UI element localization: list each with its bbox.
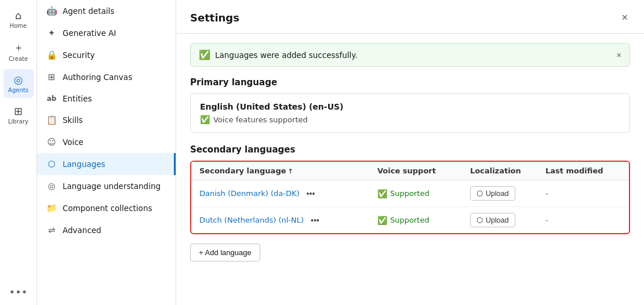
upload-icon-danish: ⬡ bbox=[476, 189, 483, 198]
voice-support-danish: ✅ Supported bbox=[377, 189, 470, 198]
supported-check-icon-dutch: ✅ bbox=[377, 216, 387, 225]
upload-icon-dutch: ⬡ bbox=[476, 216, 483, 224]
close-button[interactable]: × bbox=[619, 9, 630, 26]
sidebar-item-authoring-canvas[interactable]: ⊞ Authoring Canvas bbox=[37, 66, 176, 88]
voice-supported-icon: ✅ bbox=[200, 115, 210, 124]
sidebar-label-advanced: Advanced bbox=[63, 226, 101, 235]
agent-details-icon: 🤖 bbox=[46, 6, 57, 16]
localization-cell-dutch: ⬡ Upload bbox=[470, 213, 545, 227]
voice-icon: ☺ bbox=[46, 137, 57, 147]
language-understanding-icon: ◎ bbox=[46, 181, 57, 191]
sidebar-item-agent-details[interactable]: 🤖 Agent details bbox=[37, 0, 176, 22]
voice-support-dutch: ✅ Supported bbox=[377, 216, 470, 225]
nav-item-agents[interactable]: ◎ Agents bbox=[3, 69, 34, 98]
sidebar-item-voice[interactable]: ☺ Voice bbox=[37, 131, 176, 153]
main-header: Settings × bbox=[176, 0, 644, 34]
sidebar-label-generative-ai: Generative AI bbox=[63, 28, 116, 38]
sidebar-label-authoring-canvas: Authoring Canvas bbox=[63, 72, 132, 82]
table-row: Dutch (Netherlands) (nl-NL) ••• ✅ Suppor… bbox=[191, 207, 629, 233]
nav-more-button[interactable]: ••• bbox=[9, 286, 28, 298]
lang-name-danish: Danish (Denmark) (da-DK) bbox=[199, 189, 300, 198]
nav-label-create: Create bbox=[9, 56, 28, 62]
skills-icon: 📋 bbox=[46, 115, 57, 125]
sort-arrow-icon[interactable]: ↑ bbox=[288, 168, 293, 175]
sidebar-item-language-understanding[interactable]: ◎ Language understanding bbox=[37, 175, 176, 197]
last-modified-dutch: - bbox=[545, 216, 621, 224]
table-header: Secondary language↑ Voice support Locali… bbox=[191, 162, 629, 180]
col-header-localization: Localization bbox=[470, 166, 545, 175]
col-header-last-modified: Last modified bbox=[545, 166, 621, 175]
success-check-icon: ✅ bbox=[199, 49, 210, 60]
banner-close-button[interactable]: × bbox=[617, 50, 621, 60]
agents-icon: ◎ bbox=[14, 74, 23, 86]
authoring-canvas-icon: ⊞ bbox=[46, 72, 57, 82]
sidebar-item-component-collections[interactable]: 📁 Component collections bbox=[37, 197, 176, 219]
page-title: Settings bbox=[190, 12, 239, 24]
row-more-button-dutch[interactable]: ••• bbox=[308, 215, 322, 226]
home-icon: ⌂ bbox=[15, 9, 21, 21]
library-icon: ⊞ bbox=[14, 105, 23, 117]
create-icon: ＋ bbox=[13, 41, 24, 55]
nav-item-library[interactable]: ⊞ Library bbox=[3, 100, 34, 129]
col-header-voice-support: Voice support bbox=[377, 166, 470, 175]
primary-language-title: Primary language bbox=[190, 77, 630, 88]
banner-message: Languages were added successfully. bbox=[215, 50, 358, 60]
success-banner: ✅ Languages were added successfully. × bbox=[190, 43, 630, 67]
component-collections-icon: 📁 bbox=[46, 203, 57, 213]
col-header-language: Secondary language↑ bbox=[199, 166, 377, 175]
secondary-languages-table: Secondary language↑ Voice support Locali… bbox=[190, 161, 630, 234]
nav-item-home[interactable]: ⌂ Home bbox=[3, 5, 34, 34]
sidebar-label-security: Security bbox=[63, 50, 94, 60]
advanced-icon: ⇌ bbox=[46, 225, 57, 235]
nav-label-home: Home bbox=[10, 23, 27, 29]
sidebar-item-entities[interactable]: ab Entities bbox=[37, 88, 176, 109]
row-lang-cell-dutch: Dutch (Netherlands) (nl-NL) ••• bbox=[199, 215, 377, 226]
row-lang-cell-danish: Danish (Denmark) (da-DK) ••• bbox=[199, 188, 377, 199]
upload-label-danish: Upload bbox=[486, 190, 509, 198]
sidebar-label-voice: Voice bbox=[63, 137, 83, 147]
secondary-languages-title: Secondary languages bbox=[190, 144, 630, 155]
main-panel: Settings × ✅ Languages were added succes… bbox=[176, 0, 644, 305]
last-modified-danish: - bbox=[545, 189, 621, 198]
upload-button-danish[interactable]: ⬡ Upload bbox=[470, 186, 515, 201]
sidebar-label-component-collections: Component collections bbox=[63, 204, 152, 213]
upload-label-dutch: Upload bbox=[486, 216, 509, 224]
primary-lang-feature: ✅ Voice features supported bbox=[200, 115, 620, 124]
lang-name-dutch: Dutch (Netherlands) (nl-NL) bbox=[199, 216, 304, 224]
security-icon: 🔒 bbox=[46, 50, 57, 60]
sidebar-label-entities: Entities bbox=[63, 94, 92, 103]
nav-bar: ⌂ Home ＋ Create ◎ Agents ⊞ Library ••• bbox=[0, 0, 37, 305]
localization-cell-danish: ⬡ Upload bbox=[470, 186, 545, 201]
main-body: ✅ Languages were added successfully. × P… bbox=[176, 34, 644, 305]
sidebar-label-agent-details: Agent details bbox=[63, 6, 114, 16]
sidebar-item-advanced[interactable]: ⇌ Advanced bbox=[37, 219, 176, 241]
entities-icon: ab bbox=[46, 95, 57, 103]
table-row: Danish (Denmark) (da-DK) ••• ✅ Supported… bbox=[191, 180, 629, 207]
languages-icon: ⬡ bbox=[46, 159, 57, 169]
sidebar-item-generative-ai[interactable]: ✦ Generative AI bbox=[37, 22, 176, 44]
nav-label-library: Library bbox=[8, 118, 28, 125]
voice-feature-label: Voice features supported bbox=[213, 115, 308, 124]
sidebar-item-languages[interactable]: ⬡ Languages bbox=[37, 153, 176, 175]
banner-left: ✅ Languages were added successfully. bbox=[199, 49, 358, 60]
sidebar-item-security[interactable]: 🔒 Security bbox=[37, 44, 176, 66]
upload-button-dutch[interactable]: ⬡ Upload bbox=[470, 213, 515, 227]
add-language-button[interactable]: + Add language bbox=[190, 244, 260, 262]
nav-item-create[interactable]: ＋ Create bbox=[3, 36, 34, 67]
supported-label-dutch: Supported bbox=[390, 216, 430, 224]
sidebar-label-skills: Skills bbox=[63, 115, 83, 125]
sidebar-item-skills[interactable]: 📋 Skills bbox=[37, 109, 176, 131]
nav-label-agents: Agents bbox=[8, 87, 28, 93]
supported-label-danish: Supported bbox=[390, 189, 430, 198]
sidebar: 🤖 Agent details ✦ Generative AI 🔒 Securi… bbox=[37, 0, 176, 305]
sidebar-label-language-understanding: Language understanding bbox=[63, 181, 161, 191]
row-more-button-danish[interactable]: ••• bbox=[304, 188, 318, 199]
primary-language-box: English (United States) (en-US) ✅ Voice … bbox=[190, 93, 630, 133]
sidebar-label-languages: Languages bbox=[63, 159, 105, 169]
primary-lang-name: English (United States) (en-US) bbox=[200, 102, 620, 111]
supported-check-icon-danish: ✅ bbox=[377, 189, 387, 198]
generative-ai-icon: ✦ bbox=[46, 28, 57, 38]
